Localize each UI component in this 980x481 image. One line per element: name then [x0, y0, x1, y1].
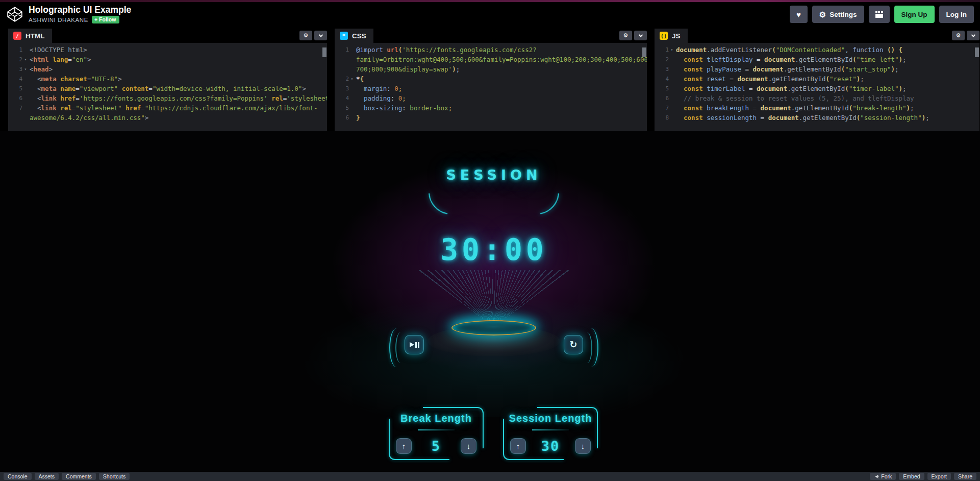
line-gutter: 6	[335, 114, 355, 121]
gear-icon: ⚙	[819, 11, 826, 18]
author-link[interactable]: ASHWINI DHAKANE	[29, 17, 88, 23]
comments-button[interactable]: Comments	[62, 473, 96, 480]
code-line: 6}	[335, 113, 647, 123]
session-length-card: Session Length ↑ 30 ↓	[503, 407, 598, 460]
code-line: 4 padding: 0;	[335, 93, 647, 103]
code-line: 3 margin: 0;	[335, 84, 647, 93]
html-scrollbar-thumb[interactable]	[322, 47, 326, 57]
code-line: 4 <meta charset="UTF-8">	[8, 74, 327, 84]
break-decrement-button[interactable]: ↓	[461, 438, 476, 454]
code-line: 3 const playPause = document.getElementB…	[655, 64, 979, 74]
code-line: 4 const reset = document.getElementById(…	[655, 74, 979, 84]
js-scrollbar-thumb[interactable]	[975, 47, 979, 57]
code-text: const playPause = document.getElementByI…	[675, 65, 899, 73]
code-text: padding: 0;	[355, 94, 406, 102]
line-gutter: 5	[335, 105, 355, 111]
code-text: <meta charset="UTF-8">	[29, 75, 122, 83]
line-gutter: 6	[655, 95, 675, 102]
tab-html[interactable]: /HTML	[8, 29, 52, 43]
line-gutter: 5	[655, 85, 675, 92]
settings-button[interactable]: ⚙ Settings	[812, 6, 864, 23]
signup-button[interactable]: Sign Up	[894, 6, 935, 23]
html-collapse-button[interactable]	[314, 31, 327, 40]
session-decrement-button[interactable]: ↓	[575, 438, 591, 454]
line-gutter: 4	[335, 95, 355, 102]
code-text: <meta name="viewport" content="width=dev…	[29, 85, 306, 92]
projector-disc	[451, 320, 536, 335]
session-increment-button[interactable]: ↑	[510, 438, 526, 454]
share-button[interactable]: Share	[954, 473, 976, 480]
console-button[interactable]: Console	[4, 473, 32, 480]
js-language-icon: ()	[660, 32, 668, 40]
arrow-down-icon: ↓	[467, 442, 471, 450]
html-code-editor[interactable]: 1<!DOCTYPE html>2▾<html lang="en">3▾<hea…	[8, 43, 327, 131]
fork-label: Fork	[881, 474, 892, 479]
shortcuts-button[interactable]: Shortcuts	[99, 473, 130, 480]
code-line: 6 <link href='https://fonts.googleapis.c…	[8, 93, 327, 103]
line-number: 8	[665, 114, 669, 121]
code-line: 7 <link rel="stylesheet" href="https://c…	[8, 103, 327, 113]
line-number: 7	[19, 105, 22, 111]
chevron-down-icon	[638, 33, 642, 37]
break-length-title: Break Length	[389, 413, 484, 424]
fold-caret-icon: ▾	[669, 47, 675, 52]
editor-pane-html: /HTML⚙1<!DOCTYPE html>2▾<html lang="en">…	[8, 29, 327, 131]
line-number: 7	[665, 105, 669, 111]
line-gutter: 2▾	[335, 76, 355, 82]
code-line: 3▾<head>	[8, 64, 327, 74]
follow-button[interactable]: + Follow	[92, 16, 119, 23]
code-text: <html lang="en">	[29, 56, 91, 63]
html-language-icon: /	[13, 32, 21, 40]
code-line: 2 const tleftDisplay = document.getEleme…	[655, 55, 979, 64]
fold-caret-icon: ▾	[349, 77, 355, 81]
css-settings-button[interactable]: ⚙	[619, 31, 632, 40]
codepen-logo[interactable]	[6, 6, 23, 23]
css-collapse-button[interactable]	[634, 31, 647, 40]
code-line: 700;800;900&display=swap');	[335, 64, 647, 74]
js-tab-label: JS	[672, 32, 681, 40]
html-settings-button[interactable]: ⚙	[299, 31, 312, 40]
line-gutter: 1	[8, 46, 29, 53]
code-line: 2▾*{	[335, 74, 647, 84]
tab-js[interactable]: ()JS	[655, 29, 688, 43]
divider	[532, 429, 569, 430]
fork-button[interactable]: Fork	[870, 473, 896, 480]
line-number: 5	[665, 85, 669, 92]
timer-label: SESSION	[446, 167, 541, 183]
gear-icon: ⚙	[623, 33, 629, 38]
code-text: 700;800;900&display=swap');	[355, 65, 460, 73]
timer-display: 30:00	[440, 232, 547, 267]
break-increment-button[interactable]: ↑	[396, 438, 412, 454]
layout-grid-icon	[875, 11, 883, 18]
css-scrollbar-thumb[interactable]	[642, 47, 646, 57]
pen-title: Holographic UI Example	[29, 5, 131, 15]
login-button[interactable]: Log In	[939, 6, 974, 23]
line-number: 6	[345, 114, 349, 121]
js-code-editor[interactable]: 1▾document.addEventListener("DOMContentL…	[655, 43, 979, 131]
refresh-icon: ↻	[569, 340, 577, 349]
css-language-icon: *	[340, 32, 348, 40]
arrow-down-icon: ↓	[581, 442, 585, 450]
code-line: 1▾document.addEventListener("DOMContentL…	[655, 45, 979, 55]
code-text: family=Orbitron:wght@400;500;600&family=…	[355, 56, 647, 63]
settings-label: Settings	[830, 11, 857, 18]
code-text: *{	[355, 75, 364, 83]
code-text: @import url('https://fonts.googleapis.co…	[355, 46, 537, 54]
embed-button[interactable]: Embed	[899, 473, 924, 480]
layout-button[interactable]	[869, 6, 890, 23]
line-number: 1	[19, 46, 22, 53]
export-button[interactable]: Export	[927, 473, 951, 480]
favorite-button[interactable]: ♥	[790, 6, 808, 23]
reset-button[interactable]: ↻	[564, 335, 583, 354]
tab-css[interactable]: *CSS	[335, 29, 373, 43]
assets-button[interactable]: Assets	[35, 473, 59, 480]
css-code-editor[interactable]: 1@import url('https://fonts.googleapis.c…	[335, 43, 647, 131]
play-pause-button[interactable]	[405, 335, 424, 354]
line-number: 2	[665, 56, 669, 63]
js-collapse-button[interactable]	[967, 31, 979, 40]
code-text: const reset = document.getElementById("r…	[675, 75, 864, 83]
js-settings-button[interactable]: ⚙	[952, 31, 965, 40]
css-pane-header: *CSS⚙	[335, 29, 647, 43]
html-pane-actions: ⚙	[299, 31, 327, 43]
session-length-title: Session Length	[503, 413, 598, 424]
